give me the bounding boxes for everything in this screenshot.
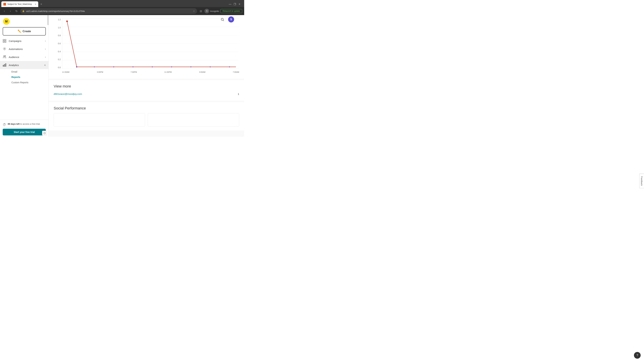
profile-initial: S bbox=[230, 18, 232, 21]
svg-point-19 bbox=[152, 66, 153, 67]
back-button[interactable]: ‹ bbox=[2, 9, 7, 13]
automations-label: Automations bbox=[9, 48, 43, 50]
relaunch-button[interactable]: Relaunch to update bbox=[220, 9, 242, 13]
trial-days: 89 days left bbox=[8, 123, 20, 125]
forward-button[interactable]: › bbox=[8, 9, 13, 13]
svg-point-8 bbox=[5, 56, 6, 57]
y-label-1.0: 1.0 bbox=[58, 26, 61, 29]
campaigns-chevron-icon: › bbox=[45, 39, 46, 42]
chart-plot bbox=[62, 18, 239, 69]
start-trial-button[interactable]: Start your free trial bbox=[3, 129, 46, 135]
sidebar-nav: Campaigns › Automations › bbox=[0, 37, 48, 85]
app-layout: M ✏️ Create Campaigns › bbox=[0, 15, 244, 137]
sub-nav-item-custom-reports[interactable]: Custom Reports bbox=[9, 80, 48, 85]
x-label-7pm: 7:00PM bbox=[130, 71, 137, 73]
audience-chevron-icon: › bbox=[45, 56, 46, 58]
email-count: 1 bbox=[238, 92, 239, 95]
chart-container: 1.2 1.0 0.8 0.6 0.4 0.2 0.0 bbox=[54, 18, 239, 75]
svg-point-18 bbox=[132, 66, 134, 67]
chart-y-axis: 1.2 1.0 0.8 0.6 0.4 0.2 0.0 bbox=[54, 18, 62, 69]
audience-label: Audience bbox=[9, 56, 43, 58]
mailchimp-logo: M bbox=[3, 18, 10, 25]
svg-rect-10 bbox=[4, 64, 5, 66]
search-button[interactable] bbox=[219, 16, 226, 22]
analytics-icon bbox=[3, 63, 7, 67]
svg-rect-4 bbox=[3, 41, 4, 42]
x-label-11am: 11:00AM bbox=[62, 71, 70, 73]
sidebar-item-analytics[interactable]: Analytics ∧ bbox=[0, 61, 48, 69]
tab-title: Subject for Test | Mailchimp bbox=[8, 3, 34, 5]
sidebar: M ✏️ Create Campaigns › bbox=[0, 15, 49, 137]
social-card-1 bbox=[54, 113, 145, 126]
svg-rect-5 bbox=[5, 41, 6, 42]
automations-chevron-icon: › bbox=[45, 48, 46, 50]
sidebar-scrollbar-thumb bbox=[48, 15, 48, 25]
address-bar[interactable]: 🔒 us21.admin.mailchimp.com/reports/summa… bbox=[20, 8, 197, 14]
x-label-11pm: 11:00PM bbox=[164, 71, 172, 73]
view-more-title: View more bbox=[54, 84, 239, 88]
sidebar-item-audience[interactable]: Audience › bbox=[0, 53, 48, 61]
close-button[interactable]: × bbox=[238, 2, 242, 6]
sub-nav-item-reports[interactable]: Reports bbox=[9, 74, 48, 80]
sidebar-item-campaigns[interactable]: Campaigns › bbox=[0, 37, 48, 45]
pencil-icon: ✏️ bbox=[18, 29, 21, 33]
svg-point-16 bbox=[94, 66, 95, 67]
minimize-button[interactable]: — bbox=[228, 2, 232, 6]
create-label: Create bbox=[23, 30, 31, 33]
incognito-initial: S bbox=[206, 10, 208, 12]
svg-point-20 bbox=[171, 66, 172, 67]
active-tab[interactable]: Subject for Test | Mailchimp × bbox=[1, 1, 38, 7]
campaigns-icon bbox=[3, 39, 7, 43]
svg-point-22 bbox=[210, 66, 211, 67]
svg-rect-2 bbox=[3, 39, 4, 40]
x-label-3am: 3:00AM bbox=[199, 71, 206, 73]
sidebar-scrollbar[interactable] bbox=[48, 15, 48, 137]
svg-point-7 bbox=[4, 56, 5, 57]
analytics-sub-nav: Email Reports Custom Reports bbox=[0, 69, 48, 85]
sub-nav-item-email[interactable]: Email bbox=[9, 69, 48, 74]
analytics-label: Analytics bbox=[9, 64, 42, 66]
email-link[interactable]: d901eace@moodjoy.com bbox=[54, 92, 82, 95]
social-cards bbox=[54, 113, 239, 126]
sidebar-item-automations[interactable]: Automations › bbox=[0, 45, 48, 53]
sidebar-collapse-button[interactable]: ⊡ bbox=[42, 131, 47, 135]
y-label-0.0: 0.0 bbox=[58, 66, 61, 69]
bookmark-icon[interactable]: ☆ bbox=[193, 10, 195, 12]
sidebar-icon: ⊟ bbox=[200, 9, 202, 13]
automations-icon bbox=[3, 47, 7, 51]
url-text: us21.admin.mailchimp.com/reports/summary… bbox=[26, 10, 192, 12]
lock-icon: 🔒 bbox=[22, 10, 25, 12]
x-label-7am: 7:00AM bbox=[233, 71, 239, 73]
svg-point-6 bbox=[4, 48, 5, 49]
trial-text: 89 days left to access a free trial. bbox=[8, 122, 40, 125]
new-tab-button[interactable]: + bbox=[39, 2, 44, 6]
sidebar-toggle[interactable]: ⊟ bbox=[198, 9, 203, 13]
y-label-0.8: 0.8 bbox=[58, 34, 61, 37]
collapse-icon: ⊡ bbox=[44, 132, 46, 135]
campaigns-label: Campaigns bbox=[9, 39, 43, 42]
address-bar-row: ‹ › ↻ 🔒 us21.admin.mailchimp.com/reports… bbox=[0, 7, 244, 15]
chart-area: 1.2 1.0 0.8 0.6 0.4 0.2 0.0 bbox=[49, 15, 244, 79]
incognito-area: S Incognito bbox=[204, 9, 219, 13]
tab-close-button[interactable]: × bbox=[35, 3, 36, 5]
svg-point-15 bbox=[76, 66, 77, 67]
main-content: S 1.2 1.0 0.8 0.6 0.4 0.2 0.0 bbox=[49, 15, 244, 137]
view-more-section: View more d901eace@moodjoy.com 1 bbox=[49, 80, 244, 101]
incognito-avatar[interactable]: S bbox=[204, 9, 209, 13]
profile-avatar[interactable]: S bbox=[228, 16, 234, 22]
svg-text:M: M bbox=[5, 20, 8, 23]
chart-line-svg bbox=[62, 18, 239, 68]
refresh-button[interactable]: ↻ bbox=[14, 9, 19, 13]
svg-point-12 bbox=[221, 18, 224, 20]
chart-x-axis: 11:00AM 3:00PM 7:00PM 11:00PM 3:00AM 7:0… bbox=[62, 69, 239, 75]
app-header-right: S bbox=[219, 16, 234, 22]
sidebar-footer: ⏱ 89 days left to access a free trial. S… bbox=[0, 120, 48, 137]
audience-icon bbox=[3, 55, 7, 59]
svg-point-14 bbox=[66, 20, 68, 22]
sidebar-header: M ✏️ Create bbox=[0, 15, 48, 37]
maximize-button[interactable]: ❐ bbox=[233, 2, 237, 6]
create-button[interactable]: ✏️ Create bbox=[3, 27, 46, 35]
social-performance-section: Social Performance bbox=[49, 102, 244, 131]
analytics-chevron-icon: ∧ bbox=[44, 64, 46, 66]
social-card-2 bbox=[148, 113, 239, 126]
